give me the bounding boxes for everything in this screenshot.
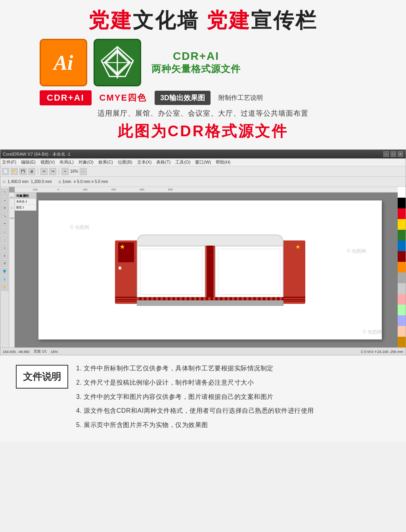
tool-select[interactable]: ↖ — [1, 189, 8, 196]
tool-redo[interactable]: ↪ — [49, 168, 56, 175]
menu-effect[interactable]: 效果(C) — [98, 159, 113, 165]
swatch-darkred — [398, 251, 406, 262]
file-description-label: 文件说明 — [16, 365, 68, 389]
tool-polygon[interactable]: △ — [1, 244, 8, 251]
file-desc-item-1: 1. 文件中所标制作工艺仅供参考，具体制作工艺要根据实际情况制定 — [76, 363, 390, 374]
bulletin-board-design: ★ 不忘初心牢记使命 ★ — [115, 235, 305, 306]
tool-zoom-tool[interactable]: 🔍 — [1, 212, 8, 219]
tool-node[interactable]: ⬥ — [1, 196, 8, 204]
right-panel-inner — [218, 249, 280, 295]
star-symbol-right: ★ — [295, 244, 301, 250]
bottom-base — [137, 300, 283, 306]
tool-new[interactable]: 📄 — [2, 168, 9, 175]
cdr-toolbar1: 📄 📂 💾 🖨 ↩ ↪ + 16% - — [0, 166, 406, 177]
zoom-level: 16% — [70, 169, 78, 174]
menu-table[interactable]: 表格(T) — [156, 159, 170, 165]
tool-rectangle[interactable]: □ — [1, 228, 8, 235]
tool-crop[interactable]: ⊕ — [1, 204, 8, 212]
menu-layout[interactable]: 布局(L) — [59, 159, 73, 165]
ruler-vertical: 200 0 -200 — [9, 193, 15, 347]
drawing-canvas: 对象属性 未命名-1 图层 1 © 包图网 © 包图网 — [15, 193, 406, 347]
title-part1: 党建 — [88, 9, 133, 32]
tool-freehand[interactable]: ✒ — [1, 220, 8, 227]
swatch-peach — [398, 326, 406, 337]
cdr-icon — [94, 39, 141, 86]
menu-window[interactable]: 窗口(W) — [195, 159, 211, 165]
bottom-section: 文件说明 1. 文件中所标制作工艺仅供参考，具体制作工艺要根据实际情况制定 2.… — [0, 355, 406, 442]
title-mid2: 宣传栏 — [251, 9, 318, 32]
status-zoom: 16% — [51, 350, 58, 354]
file-desc-item-4: 4. 源文件包含CDR和AI两种文件格式，使用者可自行选择自己熟悉的软件进行使用 — [76, 406, 390, 416]
right-panel — [215, 246, 283, 298]
status-pos: 164.930, -48.882 — [3, 350, 30, 354]
layer-panel-title1: 对象属性 — [15, 193, 36, 199]
subtitle-line: 适用展厅、展馆、办公室、会议室、大厅、过道等公共墙面布置 — [16, 109, 390, 118]
cdr-screenshot: CorelDRAW X7 (64-Bit) - 未命名 -1 ─ □ ✕ 文件(… — [0, 149, 406, 355]
tool-zoom-in[interactable]: + — [61, 168, 69, 175]
tool-pan[interactable]: ✋ — [1, 284, 8, 291]
swatch-yellow — [398, 219, 406, 230]
minimize-btn[interactable]: ─ — [383, 151, 389, 157]
cdr-svg — [100, 45, 135, 80]
tool-text[interactable]: A — [1, 252, 8, 259]
menu-file[interactable]: 文件(F) — [2, 159, 16, 165]
tool-fill[interactable]: 🪣 — [1, 268, 8, 275]
watermark-2: © 包图网 — [347, 248, 366, 255]
file-desc-item-5: 5. 展示页中所含图片并不为实物，仅为效果图 — [76, 420, 390, 430]
size-label-w: □ — [3, 179, 5, 184]
format-text-block: CDR+AI 两种矢量格式源文件 — [151, 50, 241, 75]
close-btn[interactable]: ✕ — [398, 151, 403, 157]
tool-eyedropper[interactable]: 💧 — [1, 276, 8, 283]
status-color: C:5 M:0 Y:24.100 .256 mm — [361, 350, 403, 354]
swatch-lightgray — [398, 283, 406, 294]
swatch-lightred — [398, 294, 406, 305]
menu-text[interactable]: 文本(X) — [137, 159, 152, 165]
menu-tools[interactable]: 工具(O) — [175, 159, 190, 165]
canvas-inner: 200 0 -200 对象属性 未命名-1 图层 1 — [9, 193, 406, 347]
menu-object[interactable]: 对象(O) — [79, 159, 94, 165]
snap-label: ≡ 5.0 mm ≡ 5.0 mm — [74, 179, 108, 184]
file-desc-item-2: 2. 文件尺寸是投稿比例缩小设计，制作时请务必注意尺寸大小 — [76, 378, 390, 388]
menu-help[interactable]: 帮助(H) — [216, 159, 230, 165]
swatch-black — [398, 198, 406, 208]
color-palette — [398, 187, 406, 347]
swatch-blue — [398, 240, 406, 251]
tool-print[interactable]: 🖨 — [28, 168, 35, 175]
top-section: 党建文化墙 党建宣传栏 Ai — [0, 0, 406, 149]
size-w-label: 1,400.0 mm — [8, 179, 29, 184]
swatch-lightgreen — [398, 305, 406, 315]
tool-undo[interactable]: ↩ — [40, 168, 48, 175]
file-desc-item-3: 3. 文件中的文字和图片内容仅供参考，图片请根据自己的文案和图片 — [76, 392, 390, 402]
pos-label: ◇ 1mm — [58, 179, 71, 184]
left-panel — [137, 246, 205, 298]
ruler-horizontal: -200 0 200 400 600 800 — [15, 187, 406, 193]
maximize-btn[interactable]: □ — [391, 151, 396, 157]
menu-bitmap[interactable]: 位图(B) — [118, 159, 132, 165]
tool-open[interactable]: 📂 — [11, 168, 18, 175]
tool-save[interactable]: 💾 — [19, 168, 27, 175]
title-mid1: 文化墙 — [133, 9, 207, 32]
format-line1: CDR+AI — [151, 50, 241, 63]
swatch-green — [398, 230, 406, 240]
cdr-work-area: ↖ ⬥ ⊕ 🔍 ✒ □ ○ △ A ⊞ 🪣 💧 ✋ -200 0 — [0, 187, 406, 347]
menu-view[interactable]: 视图(V) — [40, 159, 55, 165]
ai-icon: Ai — [40, 39, 87, 86]
badge-cmye: CMYE四色 — [100, 92, 147, 104]
cdr-canvas: -200 0 200 400 600 800 200 0 -200 — [9, 187, 406, 347]
swatch-white — [398, 187, 406, 198]
menu-edit[interactable]: 编辑(E) — [21, 159, 36, 165]
cdr-titlebar-controls: ─ □ ✕ — [383, 151, 403, 157]
swatch-lightblue — [398, 315, 406, 326]
center-pillar — [205, 246, 215, 298]
layer-panel: 对象属性 未命名-1 图层 1 — [15, 193, 36, 211]
tool-table[interactable]: ⊞ — [1, 260, 8, 267]
tool-ellipse[interactable]: ○ — [1, 236, 8, 243]
layer-title2: 未命名-1 — [15, 199, 36, 205]
file-description-list: 1. 文件中所标制作工艺仅供参考，具体制作工艺要根据实际情况制定 2. 文件尺寸… — [76, 363, 390, 430]
cdr-page-white: © 包图网 © 包图网 ★ — [38, 200, 382, 339]
tool-zoom-out[interactable]: - — [80, 168, 87, 175]
panels-area — [137, 246, 283, 298]
cdr-source-title: 此图为CDR格式源文件 — [16, 121, 390, 141]
badge-cdr-ai: CDR+AI — [40, 90, 92, 105]
watermark-1: © 包图网 — [70, 224, 89, 231]
